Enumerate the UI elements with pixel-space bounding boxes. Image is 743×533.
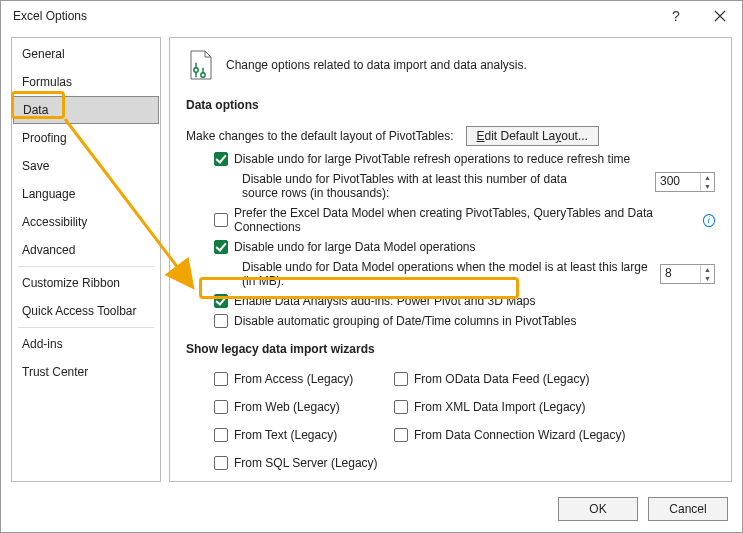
row-legacy-sql[interactable]: From SQL Server (Legacy) (214, 456, 384, 470)
annotation-highlight-enable-analysis (199, 277, 519, 299)
checkbox-prefer-data-model[interactable] (214, 213, 228, 227)
spin-down-icon[interactable]: ▼ (701, 182, 714, 191)
page-icon (188, 50, 214, 80)
label-prefer-data-model: Prefer the Excel Data Model when creatin… (234, 206, 693, 234)
cancel-button[interactable]: Cancel (648, 497, 728, 521)
window-title: Excel Options (13, 9, 654, 23)
row-pivot-threshold: Disable undo for PivotTables with at lea… (242, 172, 715, 200)
checkbox-legacy[interactable] (394, 400, 408, 414)
label-disable-undo-pivot: Disable undo for large PivotTable refres… (234, 152, 630, 166)
edit-default-layout-button[interactable]: Edit Default Layout... (466, 126, 599, 146)
checkbox-legacy[interactable] (394, 428, 408, 442)
sidebar-item-language[interactable]: Language (12, 180, 160, 208)
help-button[interactable]: ? (654, 1, 698, 31)
label-disable-auto-group: Disable automatic grouping of Date/Time … (234, 314, 576, 328)
row-legacy-odata[interactable]: From OData Data Feed (Legacy) (394, 372, 715, 386)
spin-up-icon[interactable]: ▲ (701, 265, 714, 274)
row-legacy-web[interactable]: From Web (Legacy) (214, 400, 384, 414)
row-legacy-text[interactable]: From Text (Legacy) (214, 428, 384, 442)
checkbox-legacy[interactable] (214, 428, 228, 442)
row-prefer-data-model[interactable]: Prefer the Excel Data Model when creatin… (214, 206, 715, 234)
checkbox-disable-auto-group[interactable] (214, 314, 228, 328)
spin-dm-mb-value[interactable]: 8 (661, 265, 700, 283)
checkbox-disable-undo-pivot[interactable] (214, 152, 228, 166)
checkbox-legacy[interactable] (214, 372, 228, 386)
legacy-grid: From Access (Legacy) From OData Data Fee… (214, 370, 715, 476)
spin-down-icon[interactable]: ▼ (701, 274, 714, 283)
checkbox-disable-undo-dm[interactable] (214, 240, 228, 254)
checkbox-legacy[interactable] (214, 400, 228, 414)
sidebar-item-proofing[interactable]: Proofing (12, 124, 160, 152)
pivot-layout-row: Make changes to the default layout of Pi… (186, 126, 715, 146)
sidebar-item-advanced[interactable]: Advanced (12, 236, 160, 264)
sidebar-item-general[interactable]: General (12, 40, 160, 68)
content-pane: Change options related to data import an… (169, 37, 732, 482)
close-icon (714, 10, 726, 22)
spin-pivot-rows-value[interactable]: 300 (656, 173, 700, 191)
row-disable-auto-group[interactable]: Disable automatic grouping of Date/Time … (214, 314, 715, 328)
annotation-highlight-sidebar-data (11, 91, 65, 119)
ok-button[interactable]: OK (558, 497, 638, 521)
row-disable-undo-pivot[interactable]: Disable undo for large PivotTable refres… (214, 152, 715, 166)
info-icon[interactable]: i (703, 214, 715, 227)
checkbox-legacy[interactable] (214, 456, 228, 470)
label-disable-undo-dm: Disable undo for large Data Model operat… (234, 240, 475, 254)
section-data-options: Data options (186, 98, 715, 112)
spin-up-icon[interactable]: ▲ (701, 173, 714, 182)
intro-text: Change options related to data import an… (226, 58, 527, 72)
sidebar-item-addins[interactable]: Add-ins (12, 330, 160, 358)
row-disable-undo-dm[interactable]: Disable undo for large Data Model operat… (214, 240, 715, 254)
spin-pivot-rows[interactable]: 300 ▲▼ (655, 172, 715, 192)
row-legacy-dcw[interactable]: From Data Connection Wizard (Legacy) (394, 428, 715, 442)
row-legacy-xml[interactable]: From XML Data Import (Legacy) (394, 400, 715, 414)
sidebar-item-accessibility[interactable]: Accessibility (12, 208, 160, 236)
sidebar-item-qat[interactable]: Quick Access Toolbar (12, 297, 160, 325)
sidebar-item-trust-center[interactable]: Trust Center (12, 358, 160, 386)
sidebar-item-customize-ribbon[interactable]: Customize Ribbon (12, 269, 160, 297)
label-pivot-threshold: Disable undo for PivotTables with at lea… (242, 172, 572, 200)
pivot-layout-label: Make changes to the default layout of Pi… (186, 129, 454, 143)
close-button[interactable] (698, 1, 742, 31)
dialog-footer: OK Cancel (1, 486, 742, 532)
options-dialog: Excel Options ? General Formulas Data Pr… (0, 0, 743, 533)
intro-row: Change options related to data import an… (186, 48, 715, 94)
row-legacy-access[interactable]: From Access (Legacy) (214, 372, 384, 386)
spin-dm-mb[interactable]: 8 ▲▼ (660, 264, 715, 284)
section-legacy-wizards: Show legacy data import wizards (186, 342, 715, 356)
checkbox-legacy[interactable] (394, 372, 408, 386)
sidebar-item-save[interactable]: Save (12, 152, 160, 180)
titlebar: Excel Options ? (1, 1, 742, 31)
